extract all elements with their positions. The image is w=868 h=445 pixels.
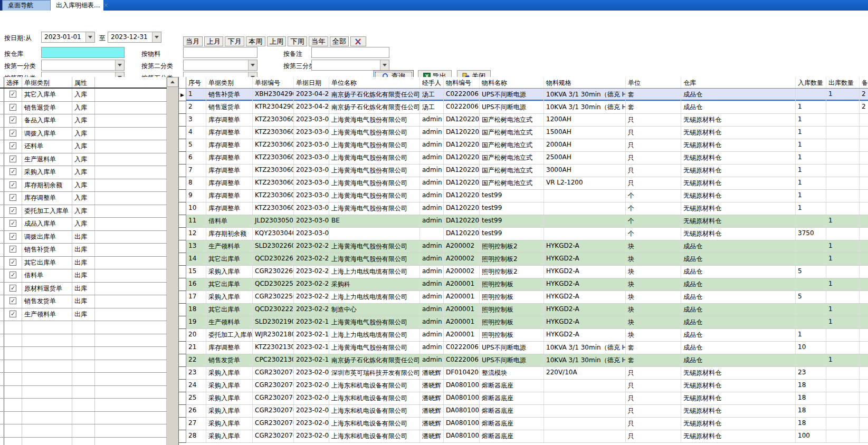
detail-row[interactable]: 5库存调整单KTZ2303060032023-03-06上海黄海电气股份有限公司… (179, 139, 868, 152)
quick-prev-month-button[interactable]: 上月 (204, 36, 224, 46)
quick-prev-week-button[interactable]: 上周 (267, 36, 287, 46)
detail-row[interactable]: 3库存调整单KTZ2303060012023-03-06上海黄海电气股份有限公司… (179, 114, 868, 127)
category1-dropdown-icon[interactable] (115, 60, 124, 70)
doc-type-checkbox[interactable]: ✓ (9, 285, 16, 292)
quick-next-month-button[interactable]: 下月 (225, 36, 244, 46)
doc-type-checkbox[interactable]: ✓ (9, 168, 16, 175)
quick-next-week-button[interactable]: 下周 (288, 36, 307, 46)
doc-type-checkbox[interactable]: ✓ (9, 130, 16, 137)
category1-combo[interactable] (41, 60, 125, 71)
doc-type-row[interactable]: ✓其它出库单出库 (0, 257, 167, 270)
doc-type-checkbox[interactable]: ✓ (9, 91, 16, 98)
detail-row[interactable]: 28采购入库单CGR2302070062023-02-07上海东和机电设备有限公… (179, 430, 868, 443)
detail-cell-warehouse: 成品仓 (681, 304, 796, 316)
doc-type-checkbox[interactable]: ✓ (9, 311, 16, 317)
date-from-combo[interactable]: 2023-01-01 (41, 32, 95, 43)
tab-inout-detail[interactable]: 出入库明细表... × (51, 0, 103, 11)
detail-row[interactable]: 22销售发货单CPC2302130012023-02-13南京扬子石化炼化有限责… (179, 354, 868, 367)
doc-type-row[interactable]: ✓备品入库单入库 (0, 114, 167, 128)
doc-type-row[interactable]: ✓借料单出库 (0, 269, 167, 283)
detail-row[interactable]: 23采购入库单CGR2302070012023-02-07深圳市英可瑞科技开发有… (179, 367, 868, 380)
doc-type-row[interactable]: ✓库存期初余额入库 (0, 179, 167, 192)
detail-row[interactable]: 2销售退货单KTR2304290012023-04-29南京扬子石化炼化有限责任… (179, 101, 868, 114)
doc-type-row[interactable]: ✓库存调整单入库 (0, 192, 167, 205)
category2-combo[interactable] (183, 60, 257, 71)
doc-type-row[interactable]: ✓委托加工入库单入库 (0, 205, 167, 218)
detail-cell-qty-in: 1 (796, 202, 826, 215)
category3-combo[interactable] (311, 60, 389, 71)
doc-type-row[interactable]: ✓销售发货单出库 (0, 295, 167, 308)
doc-type-empty-row (0, 412, 167, 425)
doc-type-row[interactable]: ✓生产退料单入库 (0, 153, 167, 167)
tab-close-icon[interactable]: × (103, 2, 108, 8)
detail-row[interactable]: 12库存期初余额KQY2303040012023-03-04DA12022016… (179, 228, 868, 240)
detail-row[interactable]: 17采购入库单CGR2302250012023-02-25上海上力电线电缆有限公… (179, 291, 868, 304)
doc-type-row[interactable]: ✓原材料退货单出库 (0, 283, 167, 296)
detail-row[interactable]: 24采购入库单CGR2302070022023-02-07上海东和机电设备有限公… (179, 380, 868, 392)
detail-row[interactable]: 8库存调整单KTZ2303060062023-03-06上海黄海电气股份有限公司… (179, 177, 868, 190)
quick-this-week-button[interactable]: 本周 (246, 36, 265, 46)
detail-cell-qty-out (826, 114, 860, 126)
detail-row[interactable]: 15采购入库单CGR2302260012023-02-26上海上力电线电缆有限公… (179, 266, 868, 278)
material-input[interactable] (183, 47, 257, 58)
detail-cell-doc-number: SLD230226001 (253, 240, 294, 253)
remark-input[interactable] (311, 47, 389, 58)
doc-type-row[interactable]: ✓调拨出库单出库 (0, 231, 167, 244)
date-from-dropdown-icon[interactable] (85, 32, 94, 42)
detail-row[interactable]: 10库存调整单KTZ2303060082023-03-06上海黄海电气股份有限公… (179, 202, 868, 215)
detail-row[interactable]: 11借料单JLD2303050012023-03-05BEadminDA1202… (179, 215, 868, 228)
doc-type-row[interactable]: ✓调拨入库单入库 (0, 128, 167, 141)
quick-this-year-button[interactable]: 当年 (309, 36, 328, 46)
date-to-combo[interactable]: 2023-12-31 (108, 32, 161, 43)
doc-type-row[interactable]: ✓生产领料单出库 (0, 308, 167, 322)
detail-row[interactable]: 13生产领料单SLD2302260012023-02-26上海黄海电气股份有限公… (179, 240, 868, 253)
doc-type-checkbox[interactable]: ✓ (9, 117, 16, 123)
doc-type-checkbox[interactable]: ✓ (9, 104, 16, 111)
warehouse-input[interactable] (41, 47, 125, 58)
doc-type-row[interactable]: ✓销售补货单出库 (0, 244, 167, 257)
detail-row[interactable]: ▶1销售补货单XBH2304290012023-04-29南京扬子石化炼化有限责… (179, 89, 868, 101)
doc-type-row[interactable]: ✓成品入库单入库 (0, 218, 167, 231)
doc-type-checkbox[interactable]: ✓ (9, 259, 16, 266)
doc-type-checkbox[interactable]: ✓ (9, 194, 16, 201)
detail-row[interactable]: 20委托加工入库单WJR2302180012023-02-18上海上力电线电缆有… (179, 329, 868, 342)
doc-type-scrollbar[interactable] (167, 77, 178, 445)
quick-this-month-button[interactable]: 当月 (183, 36, 203, 46)
doc-type-checkbox[interactable]: ✓ (9, 207, 16, 214)
doc-type-checkbox[interactable]: ✓ (9, 142, 16, 149)
doc-type-checkbox[interactable]: ✓ (9, 272, 16, 278)
detail-row[interactable]: 6库存调整单KTZ2303060042023-03-06上海黄海电气股份有限公司… (179, 152, 868, 165)
doc-type-checkbox[interactable]: ✓ (9, 181, 16, 188)
doc-type-row[interactable]: ✓还料单入库 (0, 140, 167, 153)
detail-row[interactable]: 4库存调整单KTZ2303060022023-03-06上海黄海电气股份有限公司… (179, 127, 868, 139)
detail-row[interactable]: 21库存调整单KTZ2302130012023-02-13上海黄海电气股份有限公… (179, 342, 868, 354)
detail-cell-doc-date: 2023-02-22 (294, 304, 329, 316)
clear-filter-button[interactable] (350, 36, 366, 46)
detail-row[interactable]: 18其它出库单QCD2302220012023-02-22制造中心adminA2… (179, 304, 868, 316)
doc-type-checkbox[interactable]: ✓ (9, 233, 16, 240)
doc-type-checkbox[interactable]: ✓ (9, 220, 16, 227)
detail-row[interactable]: 9库存调整单KTZ2303060072023-03-06上海黄海电气股份有限公司… (179, 190, 868, 202)
detail-row[interactable]: 7库存调整单KTZ2303060052023-03-06上海黄海电气股份有限公司… (179, 165, 868, 177)
category3-dropdown-icon[interactable] (380, 60, 389, 70)
detail-row[interactable]: 26采购入库单CGR2302070042023-02-07上海东和机电设备有限公… (179, 405, 868, 418)
doc-type-row[interactable]: ✓其它入库单入库 (0, 89, 167, 102)
tab-desktop-nav[interactable]: 桌面导航 (2, 0, 51, 11)
category2-dropdown-icon[interactable] (248, 60, 257, 70)
doc-type-checkbox[interactable]: ✓ (9, 246, 16, 253)
quick-all-button[interactable]: 全部 (330, 36, 349, 46)
doc-type-row[interactable]: ✓销售退货单入库 (0, 102, 167, 115)
doc-type-checkbox[interactable]: ✓ (9, 156, 16, 162)
doc-type-row[interactable]: ✓采购入库单入库 (0, 166, 167, 179)
doc-type-checkbox[interactable]: ✓ (9, 297, 16, 304)
detail-row[interactable]: 27采购入库单CGR2302070052023-02-07上海东和机电设备有限公… (179, 418, 868, 430)
detail-row[interactable]: 25采购入库单CGR2302070032023-02-07上海东和机电设备有限公… (179, 392, 868, 405)
detail-cell-unit: 套 (626, 354, 681, 366)
detail-cell-unit: 套 (626, 342, 681, 354)
detail-row[interactable]: 16其它出库单QCD2302250012023-02-25采购科adminA20… (179, 278, 868, 291)
detail-cell-unit-name: 南京扬子石化炼化有限责任公司 (329, 89, 420, 101)
detail-row[interactable]: 19生产领料单SLD2302190012023-02-19上海黄海电气股份有限公… (179, 316, 868, 329)
date-to-dropdown-icon[interactable] (152, 32, 161, 42)
detail-row[interactable]: 14其它出库单QCD2302260012023-02-26上海黄海电气股份有限公… (179, 253, 868, 266)
scroll-up-icon[interactable] (167, 77, 178, 87)
